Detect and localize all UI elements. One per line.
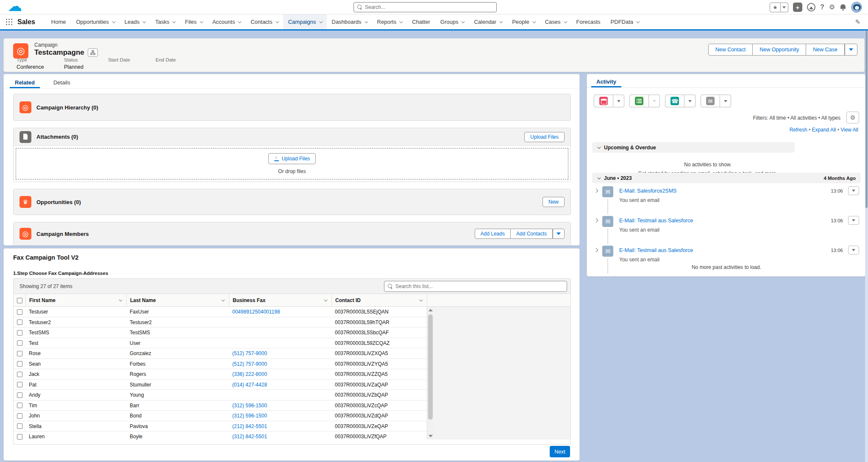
cell-business-fax[interactable]: (512) 757-9000 [229, 348, 331, 359]
campaign-hierarchy-title[interactable]: Campaign Hierarchy (0) [36, 104, 98, 111]
email-button[interactable]: ✉ [701, 95, 720, 107]
row-checkbox[interactable] [17, 403, 22, 408]
upcoming-overdue-section[interactable]: Upcoming & Overdue [592, 142, 795, 153]
view-all-link[interactable]: View All [840, 127, 858, 133]
row-checkbox[interactable] [17, 330, 22, 336]
row-checkbox[interactable] [17, 413, 22, 419]
tab-details[interactable]: Details [53, 74, 70, 88]
row-checkbox[interactable] [17, 382, 22, 387]
cell-business-fax[interactable]: (312) 596-1500 [229, 411, 331, 421]
cell-business-fax[interactable]: (336) 222-8000 [229, 369, 331, 380]
table-row[interactable]: PatStumuller(014) 427-44280037R00003LiVZ… [14, 380, 427, 390]
new-case-button[interactable]: New Case [806, 44, 845, 56]
new-event-dropdown[interactable] [613, 95, 624, 107]
nav-tab-opportunities[interactable]: Opportunities [71, 14, 120, 29]
file-dropzone[interactable]: Upload Files Or drop files [16, 148, 568, 179]
table-row[interactable]: TestUser0037R00003L59ZCQAZ [14, 338, 427, 349]
new-task-button[interactable] [629, 95, 649, 107]
column-first-name[interactable]: First Name [25, 294, 126, 307]
row-checkbox[interactable] [17, 434, 22, 440]
cell-business-fax[interactable]: (014) 427-4428 [229, 380, 331, 390]
upload-files-button[interactable]: Upload Files [524, 132, 565, 142]
nav-tab-calendar[interactable]: Calendar [469, 14, 507, 29]
table-row[interactable]: Testuser2Testuser20037R00003L59hTQAR [14, 317, 427, 328]
table-row[interactable]: TestuserFaxUser004989125040011980037R000… [14, 307, 427, 317]
item-actions-dropdown[interactable] [848, 216, 859, 225]
email-subject-link[interactable]: E-Mail: Salesforce2SMS [619, 188, 676, 194]
row-checkbox[interactable] [17, 309, 22, 315]
nav-tab-tasks[interactable]: Tasks [150, 14, 180, 29]
view-hierarchy-button[interactable] [88, 48, 98, 57]
table-row[interactable]: SeanForbes(512) 757-90000037R00003LiVZYQ… [14, 359, 427, 370]
list-search-input[interactable] [395, 283, 556, 289]
table-row[interactable]: RoseGonzalez(512) 757-90000037R00003LiVZ… [14, 348, 427, 359]
cell-business-fax[interactable]: (212) 842-5501 [229, 421, 331, 432]
nav-tab-forecasts[interactable]: Forecasts [571, 14, 606, 29]
new-event-button[interactable] [594, 95, 613, 107]
help-button[interactable]: ? [820, 3, 824, 11]
activity-filters-label[interactable]: Filters: All time • All activities • All… [753, 115, 840, 121]
row-checkbox[interactable] [17, 423, 22, 429]
expand-chevron-icon[interactable] [594, 248, 598, 252]
row-checkbox[interactable] [17, 372, 22, 377]
table-row[interactable]: TimBarr(312) 596-15000037R00003LiVZcQAP [14, 400, 427, 411]
row-checkbox[interactable] [17, 361, 22, 367]
notifications-button[interactable] [840, 3, 846, 11]
item-actions-dropdown[interactable] [848, 246, 859, 255]
nav-tab-home[interactable]: Home [46, 14, 71, 29]
email-dropdown[interactable] [720, 95, 731, 107]
tab-activity[interactable]: Activity [596, 74, 616, 87]
nav-tab-accounts[interactable]: Accounts [207, 14, 245, 29]
edit-nav-icon[interactable]: ✎ [855, 18, 860, 26]
nav-tab-groups[interactable]: Groups [435, 14, 469, 29]
table-row[interactable]: TestSMSTestSMS0037R00003L5SbcQAF [14, 328, 427, 338]
email-subject-link[interactable]: E-Mail: Testmail aus Salesforce [619, 247, 693, 253]
nav-tab-campaigns[interactable]: Campaigns [283, 14, 327, 29]
campaign-members-title[interactable]: Campaign Members [36, 231, 89, 237]
nav-tab-people[interactable]: People [507, 14, 540, 29]
app-launcher-icon[interactable] [6, 19, 12, 25]
nav-tab-dashboards[interactable]: Dashboards [327, 14, 372, 29]
nav-tab-reports[interactable]: Reports [372, 14, 407, 29]
scroll-up-arrow[interactable] [428, 309, 433, 311]
column-last-name[interactable]: Last Name [126, 294, 229, 307]
row-checkbox[interactable] [17, 392, 22, 398]
add-contacts-button[interactable]: Add Contacts [511, 229, 553, 239]
select-all-checkbox[interactable] [17, 298, 22, 303]
add-leads-button[interactable]: Add Leads [475, 229, 511, 239]
nav-tab-leads[interactable]: Leads [120, 14, 150, 29]
cell-business-fax[interactable]: (312) 842-5501 [229, 431, 331, 440]
activity-settings-button[interactable]: ⚙ [846, 112, 859, 123]
user-avatar[interactable] [851, 2, 862, 13]
log-call-button[interactable]: ☎ [665, 95, 684, 107]
column-contact-id[interactable]: Contact ID [331, 294, 427, 307]
members-dropdown-button[interactable] [553, 229, 565, 239]
june-2023-section[interactable]: June • 2023 4 Months Ago [592, 173, 861, 183]
nav-tab-chatter[interactable]: Chatter [407, 14, 435, 29]
table-row[interactable]: StellaPavlova(212) 842-55010037R00003LiV… [14, 421, 427, 432]
cell-business-fax[interactable]: 00498912504001198 [229, 307, 331, 317]
global-search-input[interactable] [365, 4, 484, 10]
new-opportunity-button[interactable]: New Opportunity [753, 44, 806, 56]
table-row[interactable]: JohnBond(312) 596-15000037R00003LiVZdQAP [14, 411, 427, 421]
guidance-center-button[interactable] [807, 3, 815, 11]
page-scrollbar[interactable] [865, 31, 868, 462]
table-row[interactable]: AndyYoung0037R00003LiVZbQAP [14, 390, 427, 400]
new-task-dropdown[interactable] [649, 95, 660, 107]
global-actions-button[interactable]: + [793, 3, 802, 12]
global-search[interactable] [353, 2, 497, 12]
nav-tab-contacts[interactable]: Contacts [245, 14, 283, 29]
email-subject-link[interactable]: E-Mail: Testmail aus Salesforce [619, 218, 693, 224]
table-row[interactable]: JackRogers(336) 222-80000037R00003LiVZZQ… [14, 369, 427, 380]
expand-chevron-icon[interactable] [594, 218, 598, 223]
attachments-title[interactable]: Attachments (0) [36, 134, 78, 140]
nav-tab-cases[interactable]: Cases [540, 14, 571, 29]
cell-business-fax[interactable]: (312) 596-1500 [229, 400, 331, 411]
cell-business-fax[interactable]: (512) 757-9000 [229, 359, 331, 370]
table-scrollbar[interactable] [427, 307, 434, 440]
nav-tab-pdfdata[interactable]: PDFData [606, 14, 644, 29]
refresh-link[interactable]: Refresh [790, 127, 807, 133]
scroll-down-arrow[interactable] [428, 435, 433, 437]
log-call-dropdown[interactable] [684, 95, 696, 107]
scrollbar-thumb[interactable] [428, 314, 433, 420]
